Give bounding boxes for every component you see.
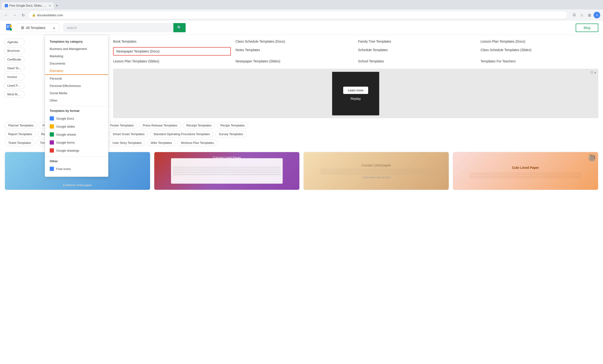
format-docs[interactable]: Google Docs: [45, 114, 108, 122]
blog-button[interactable]: Blog: [576, 23, 598, 32]
forward-button[interactable]: →: [11, 12, 18, 18]
template-link-book[interactable]: Book Templates: [113, 39, 231, 44]
pill-sop[interactable]: Standard Operating Procedure Templates: [150, 131, 213, 137]
ad-info-button[interactable]: ⓘ: [590, 71, 593, 75]
pill-poster[interactable]: Poster Templates: [107, 122, 137, 129]
search-button[interactable]: 🔍: [173, 23, 186, 32]
tag-deed[interactable]: Deed Te...: [4, 65, 25, 72]
active-tab[interactable]: Free Google Docs, Slides, She... ×: [2, 2, 54, 9]
free-icons-item[interactable]: Free icons: [45, 165, 108, 173]
search-input[interactable]: [63, 23, 173, 32]
pill-report[interactable]: Report Templates: [5, 131, 36, 137]
template-link-teachers[interactable]: Templates For Teachers: [481, 58, 598, 64]
ad-learn-more-button[interactable]: Learn more: [343, 87, 368, 94]
docs-icon: [50, 116, 54, 121]
bookmark-manager-button[interactable]: ⊞: [586, 12, 593, 18]
slides-icon: [50, 124, 54, 129]
category-documents[interactable]: Documents: [45, 60, 108, 67]
tag-certificate[interactable]: Certificate: [4, 56, 25, 63]
slides-label: Google slides: [56, 125, 75, 128]
template-link-class-schedule-slides[interactable]: Class Schedule Templates (Slides): [481, 47, 598, 56]
format-drawings[interactable]: Google drawings: [45, 147, 108, 154]
address-text: docsandslides.com: [37, 13, 63, 17]
category-other[interactable]: Other: [45, 97, 108, 104]
svg-rect-5: [10, 25, 12, 27]
category-business[interactable]: Business and Management: [45, 45, 108, 53]
pill-press-release[interactable]: Press Release Templates: [139, 122, 181, 129]
all-templates-dropdown[interactable]: ⊞ All Templates ▲: [17, 23, 59, 32]
ad-info-controls: ⓘ ✕: [590, 71, 596, 75]
format-slides[interactable]: Google slides: [45, 122, 108, 130]
chevron-up-icon: ▲: [53, 26, 55, 29]
dropdown-divider-1: [45, 106, 108, 106]
ad-replay-button[interactable]: Replay: [350, 97, 361, 101]
new-tab-button[interactable]: +: [54, 3, 60, 8]
category-education[interactable]: Education: [45, 67, 108, 75]
tag-agenda[interactable]: Agenda: [4, 39, 25, 46]
tag-lined-paper[interactable]: Lined P...: [4, 82, 25, 89]
google-account-button[interactable]: G: [571, 12, 578, 18]
tab-favicon: [5, 4, 8, 7]
pill-survey[interactable]: Survey Templates: [215, 131, 247, 137]
by-category-title: Templates by category: [45, 39, 108, 45]
logo-icon: [5, 23, 13, 32]
card-cute-title: Cute Lined Paper: [512, 166, 539, 170]
tag-invoice[interactable]: Invoice: [4, 73, 25, 80]
template-link-schedule[interactable]: Schedule Templates: [358, 47, 476, 56]
category-personal[interactable]: Personal: [45, 75, 108, 82]
card-colored-lined[interactable]: Colored Lined Paper: [154, 152, 300, 190]
search-bar: 🔍: [63, 23, 186, 32]
pill-planner[interactable]: Planner Templates: [5, 122, 37, 129]
by-format-title: Templates by format: [45, 108, 108, 114]
lock-icon: 🔒: [32, 13, 35, 17]
card-cute-image: 🦥 Cute Lined Paper: [453, 152, 598, 190]
pill-recipe[interactable]: Recipe Templates: [217, 122, 248, 129]
ad-close-button[interactable]: ✕: [594, 71, 596, 75]
tag-brochure[interactable]: Brochure: [4, 47, 25, 54]
tab-bar: Free Google Docs, Slides, She... × +: [0, 0, 603, 9]
tag-mind-map[interactable]: Mind M...: [4, 91, 25, 98]
template-link-lesson-plan-docs[interactable]: Lesson Plan Templates (Docs): [481, 39, 598, 44]
pill-wills[interactable]: Wills Templates: [147, 139, 175, 146]
bookmark-button[interactable]: ☆: [579, 12, 585, 18]
site-logo[interactable]: [5, 23, 13, 32]
browser-actions: G ☆ ⊞ A: [571, 12, 600, 18]
template-link-school[interactable]: School Templates: [358, 58, 476, 64]
tab-close-button[interactable]: ×: [49, 4, 51, 8]
main-area: Book Templates Class Schedule Templates …: [108, 35, 603, 118]
address-bar: ← → ↻ 🔒 docsandslides.com G ☆ ⊞ A: [0, 9, 603, 21]
templates-dropdown-menu: Templates by category Business and Manag…: [45, 35, 108, 177]
pill-user-story[interactable]: User Story Templates: [109, 139, 145, 146]
other-section-title: Other: [45, 159, 108, 165]
back-button[interactable]: ←: [3, 12, 9, 18]
dropdown-container: Templates by category Business and Manag…: [0, 35, 603, 118]
card-colored-image: Colored Lined Paper: [154, 152, 299, 190]
template-link-class-schedule-docs[interactable]: Class Schedule Templates (Docs): [235, 39, 353, 44]
reload-button[interactable]: ↻: [20, 12, 26, 18]
format-sheets[interactable]: Google sheets: [45, 130, 108, 138]
template-link-family-tree[interactable]: Family Tree Templates: [358, 39, 476, 44]
template-link-newspaper-docs[interactable]: Newspaper Templates (Docs): [113, 47, 231, 56]
pill-smart-goals[interactable]: Smart Goals Templates: [109, 131, 148, 137]
profile-button[interactable]: A: [594, 12, 600, 18]
left-sidebar-tags: Agenda Brochure Certificate Deed Te... I…: [0, 35, 25, 102]
card-cursive-title: Cursive Lined paper: [361, 163, 391, 167]
card-cute-lined[interactable]: 🦥 Cute Lined Paper: [453, 152, 598, 190]
card-colored-title: Colored Lined Paper: [213, 156, 241, 159]
dropdown-divider-2: [45, 156, 108, 157]
address-input[interactable]: 🔒 docsandslides.com: [28, 11, 567, 19]
card-cursive-lined[interactable]: Cursive Lined paper Lorem ipsum dolor si…: [303, 152, 449, 190]
pill-workout[interactable]: Workout Plan Templates: [177, 139, 217, 146]
template-links-grid: Book Templates Class Schedule Templates …: [113, 39, 598, 64]
pill-receipt[interactable]: Receipt Templates: [183, 122, 215, 129]
template-link-newspaper-slides[interactable]: Newspaper Templates (Slides): [235, 58, 353, 64]
site-header: ⊞ All Templates ▲ 🔍 Blog: [0, 21, 603, 35]
format-forms[interactable]: Google forms: [45, 138, 108, 147]
category-personal-effectiveness[interactable]: Personal Effectiveness: [45, 82, 108, 90]
category-marketing[interactable]: Marketing: [45, 53, 108, 60]
pill-ticket[interactable]: Ticket Templates: [5, 139, 35, 146]
template-link-notes[interactable]: Notes Templates: [235, 47, 353, 56]
template-link-lesson-plan-slides[interactable]: Lesson Plan Templates (Slides): [113, 58, 231, 64]
category-social-media[interactable]: Social Media: [45, 90, 108, 97]
svg-rect-3: [7, 26, 9, 27]
